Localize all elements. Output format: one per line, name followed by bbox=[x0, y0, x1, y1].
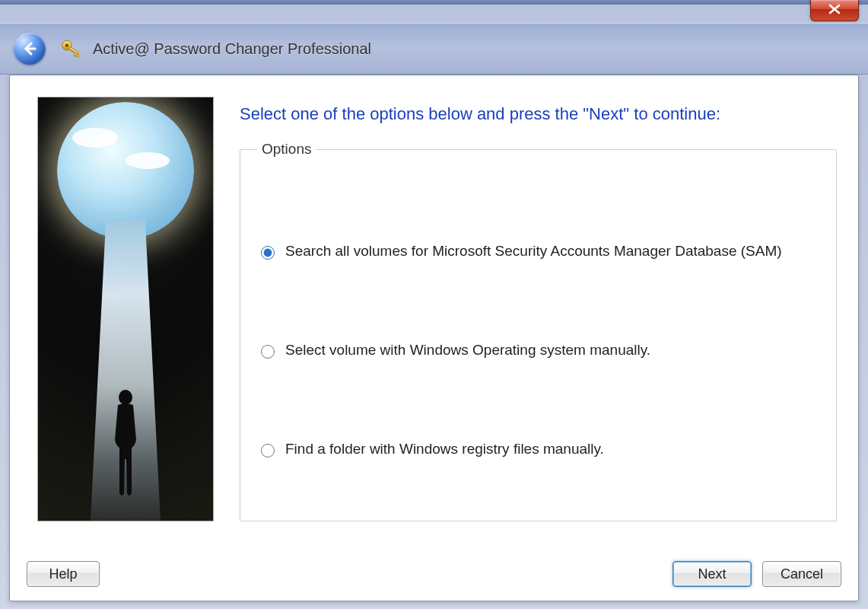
wizard-side-image bbox=[37, 97, 214, 521]
option-find-folder-radio[interactable] bbox=[261, 444, 275, 458]
back-button[interactable] bbox=[14, 33, 46, 65]
option-find-folder-label: Find a folder with Windows registry file… bbox=[285, 441, 604, 458]
window-close-button[interactable] bbox=[810, 0, 859, 21]
option-select-volume-radio[interactable] bbox=[261, 345, 275, 359]
option-search-all[interactable]: Search all volumes for Microsoft Securit… bbox=[257, 243, 819, 260]
cancel-button[interactable]: Cancel bbox=[762, 561, 841, 587]
titlebar-accent bbox=[0, 0, 868, 5]
option-search-all-label: Search all volumes for Microsoft Securit… bbox=[285, 243, 782, 260]
silhouette-icon bbox=[103, 387, 148, 501]
app-title: Active@ Password Changer Professional bbox=[93, 40, 371, 58]
options-legend: Options bbox=[257, 141, 316, 158]
svg-rect-2 bbox=[68, 46, 79, 54]
svg-point-5 bbox=[119, 390, 132, 405]
next-button[interactable]: Next bbox=[672, 561, 752, 587]
key-icon bbox=[61, 38, 82, 59]
option-select-volume[interactable]: Select volume with Windows Operating sys… bbox=[257, 342, 819, 359]
svg-point-1 bbox=[65, 43, 69, 47]
close-icon bbox=[828, 4, 841, 14]
option-search-all-radio[interactable] bbox=[261, 246, 275, 260]
wizard-header: Active@ Password Changer Professional bbox=[0, 23, 868, 75]
back-arrow-icon bbox=[21, 40, 38, 57]
instruction-text: Select one of the options below and pres… bbox=[240, 104, 837, 124]
options-group: Options Search all volumes for Microsoft… bbox=[240, 141, 837, 521]
wizard-panel: Select one of the options below and pres… bbox=[9, 75, 859, 601]
option-select-volume-label: Select volume with Windows Operating sys… bbox=[285, 342, 650, 359]
help-button[interactable]: Help bbox=[27, 561, 100, 587]
option-find-folder[interactable]: Find a folder with Windows registry file… bbox=[257, 441, 819, 458]
wizard-button-row: Help Next Cancel bbox=[27, 561, 841, 587]
